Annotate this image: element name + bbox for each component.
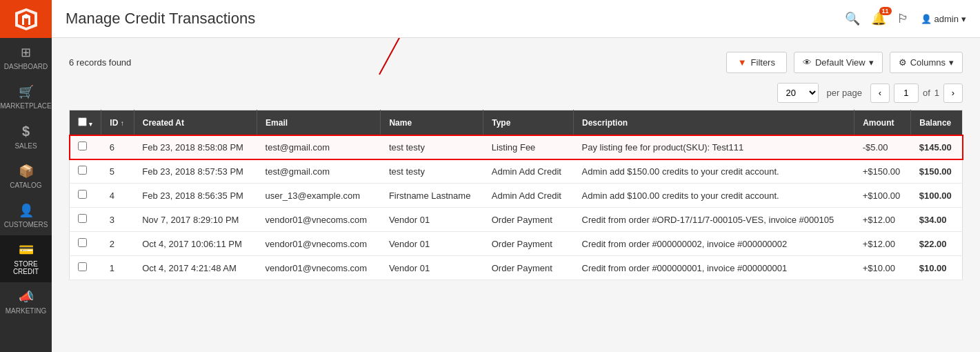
cell-type: Order Payment bbox=[483, 256, 574, 280]
table-body: 6 Feb 23, 2018 8:58:08 PM test@gmail.com… bbox=[70, 135, 963, 280]
sidebar-item-customers[interactable]: 👤 CUSTOMERS bbox=[0, 196, 52, 235]
cell-name: Vendor 01 bbox=[381, 232, 483, 256]
sidebar-item-marketplace[interactable]: 🛒 MARKETPLACE bbox=[0, 77, 52, 117]
admin-avatar-icon: 👤 bbox=[921, 14, 932, 24]
cell-email: vendor01@vnecoms.com bbox=[257, 232, 381, 256]
logo[interactable] bbox=[0, 0, 52, 38]
cell-description: Pay listing fee for product(SKU): Test11… bbox=[574, 135, 854, 159]
cell-created-at: Feb 23, 2018 8:56:35 PM bbox=[134, 184, 257, 208]
toolbar: 6 records found Listing Fee transactions… bbox=[69, 52, 963, 73]
flag-icon[interactable]: 🏳 bbox=[897, 12, 910, 26]
main-content: Manage Credit Transactions 🔍 🔔 11 🏳 👤 ad… bbox=[52, 0, 980, 352]
cell-type: Admin Add Credit bbox=[483, 159, 574, 184]
marketplace-icon: 🛒 bbox=[19, 84, 34, 99]
cell-type: Order Payment bbox=[483, 208, 574, 232]
sidebar-item-sales[interactable]: $ SALES bbox=[0, 117, 52, 157]
sidebar: ⊞ DASHBOARD 🛒 MARKETPLACE $ SALES 📦 CATA… bbox=[0, 0, 52, 352]
top-header: Manage Credit Transactions 🔍 🔔 11 🏳 👤 ad… bbox=[52, 0, 980, 38]
cell-amount: +$12.00 bbox=[854, 208, 911, 232]
next-page-button[interactable]: › bbox=[943, 84, 963, 103]
cell-type: Admin Add Credit bbox=[483, 184, 574, 208]
content-area: 6 records found Listing Fee transactions… bbox=[52, 38, 980, 352]
dashboard-icon: ⊞ bbox=[21, 45, 31, 60]
cell-created-at: Nov 7, 2017 8:29:10 PM bbox=[134, 208, 257, 232]
cell-id: 1 bbox=[101, 256, 134, 280]
cell-balance: $150.00 bbox=[911, 159, 963, 184]
page-of-label: of bbox=[923, 88, 930, 98]
row-checkbox-4[interactable] bbox=[78, 190, 87, 199]
cell-email: vendor01@vnecoms.com bbox=[257, 208, 381, 232]
cell-type: Listing Fee bbox=[483, 135, 574, 159]
th-type[interactable]: Type bbox=[483, 110, 574, 136]
row-checkbox-1[interactable] bbox=[78, 262, 87, 271]
cell-balance: $10.00 bbox=[911, 256, 963, 280]
sidebar-item-marketing[interactable]: 📣 MARKETING bbox=[0, 282, 52, 322]
admin-chevron-icon: ▾ bbox=[961, 14, 966, 24]
cell-id: 4 bbox=[101, 184, 134, 208]
th-id[interactable]: ID ↑ bbox=[101, 110, 134, 136]
th-name[interactable]: Name bbox=[381, 110, 483, 136]
prev-page-button[interactable]: ‹ bbox=[870, 84, 890, 103]
row-checkbox-3[interactable] bbox=[78, 214, 87, 223]
sidebar-item-store-credit[interactable]: 💳 STORE CREDIT bbox=[0, 235, 52, 282]
th-amount[interactable]: Amount bbox=[854, 110, 911, 136]
th-created-at[interactable]: Created At bbox=[134, 110, 257, 136]
pagination-controls: 20 30 50 100 per page ‹ of 1 › bbox=[777, 83, 963, 103]
row-checkbox-2[interactable] bbox=[78, 238, 87, 247]
filter-icon: ▼ bbox=[738, 57, 747, 68]
marketing-icon: 📣 bbox=[19, 289, 34, 304]
select-all-checkbox[interactable] bbox=[78, 117, 87, 126]
cell-amount: +$10.00 bbox=[854, 256, 911, 280]
cell-name: Vendor 01 bbox=[381, 208, 483, 232]
row-checkbox-cell[interactable] bbox=[70, 184, 101, 208]
eye-icon: 👁 bbox=[803, 57, 812, 68]
admin-menu[interactable]: 👤 admin ▾ bbox=[921, 14, 966, 24]
cell-created-at: Feb 23, 2018 8:57:53 PM bbox=[134, 159, 257, 184]
th-balance[interactable]: Balance bbox=[911, 110, 963, 136]
notifications-icon[interactable]: 🔔 11 bbox=[871, 11, 886, 26]
admin-name: admin bbox=[934, 14, 959, 24]
cell-type: Order Payment bbox=[483, 232, 574, 256]
total-pages: 1 bbox=[934, 88, 939, 98]
current-page-input[interactable] bbox=[894, 84, 919, 103]
columns-dropdown[interactable]: ⚙ Columns ▾ bbox=[890, 52, 963, 73]
table-row: 5 Feb 23, 2018 8:57:53 PM test@gmail.com… bbox=[70, 159, 963, 184]
th-description[interactable]: Description bbox=[574, 110, 854, 136]
cell-balance: $100.00 bbox=[911, 184, 963, 208]
per-page-dropdown[interactable]: 20 30 50 100 bbox=[778, 84, 818, 102]
cell-id: 2 bbox=[101, 232, 134, 256]
default-view-dropdown[interactable]: 👁 Default View ▾ bbox=[794, 52, 883, 73]
row-checkbox-cell[interactable] bbox=[70, 232, 101, 256]
page-title: Manage Credit Transactions bbox=[66, 10, 255, 28]
filters-button[interactable]: ▼ Filters bbox=[726, 52, 787, 73]
cell-description: Credit from order #000000001, invoice #0… bbox=[574, 256, 854, 280]
table-row: 3 Nov 7, 2017 8:29:10 PM vendor01@vnecom… bbox=[70, 208, 963, 232]
sidebar-item-catalog[interactable]: 📦 CATALOG bbox=[0, 157, 52, 196]
sidebar-item-label: SALES bbox=[14, 142, 37, 150]
transactions-table: ▾ ID ↑ Created At Email Name Type Descri… bbox=[69, 110, 963, 280]
per-page-select[interactable]: 20 30 50 100 bbox=[777, 83, 819, 103]
cell-name: Vendor 01 bbox=[381, 256, 483, 280]
cell-balance: $145.00 bbox=[911, 135, 963, 159]
sidebar-item-dashboard[interactable]: ⊞ DASHBOARD bbox=[0, 38, 52, 77]
cell-name: Firstname Lastname bbox=[381, 184, 483, 208]
th-dropdown-icon[interactable]: ▾ bbox=[89, 121, 92, 128]
row-checkbox-cell[interactable] bbox=[70, 256, 101, 280]
per-page-label: per page bbox=[827, 88, 862, 98]
th-select-all[interactable]: ▾ bbox=[70, 110, 101, 136]
row-checkbox-5[interactable] bbox=[78, 166, 87, 175]
filters-label: Filters bbox=[751, 57, 775, 68]
table-row: 4 Feb 23, 2018 8:56:35 PM user_13@exampl… bbox=[70, 184, 963, 208]
row-checkbox-6[interactable] bbox=[78, 141, 87, 150]
sidebar-item-label: DASHBOARD bbox=[4, 63, 48, 70]
row-checkbox-cell[interactable] bbox=[70, 159, 101, 184]
row-checkbox-cell[interactable] bbox=[70, 135, 101, 159]
row-checkbox-cell[interactable] bbox=[70, 208, 101, 232]
pagination-top: 20 30 50 100 per page ‹ of 1 › bbox=[69, 83, 963, 103]
cell-created-at: Oct 4, 2017 4:21:48 AM bbox=[134, 256, 257, 280]
table-row: 6 Feb 23, 2018 8:58:08 PM test@gmail.com… bbox=[70, 135, 963, 159]
search-icon[interactable]: 🔍 bbox=[845, 11, 860, 26]
sidebar-item-label: MARKETING bbox=[6, 307, 46, 315]
th-email[interactable]: Email bbox=[257, 110, 381, 136]
table-header-row: ▾ ID ↑ Created At Email Name Type Descri… bbox=[70, 110, 963, 136]
